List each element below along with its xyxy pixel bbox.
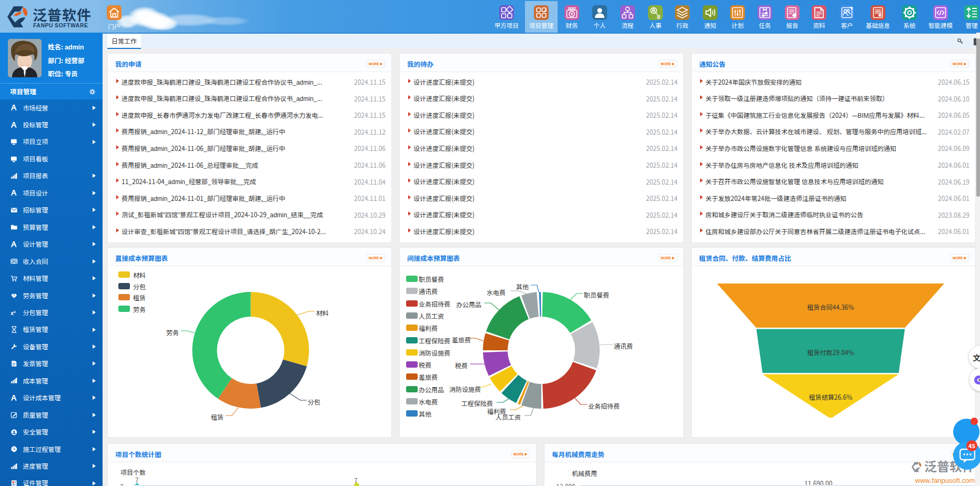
svg-text:x²: x² bbox=[11, 309, 16, 316]
